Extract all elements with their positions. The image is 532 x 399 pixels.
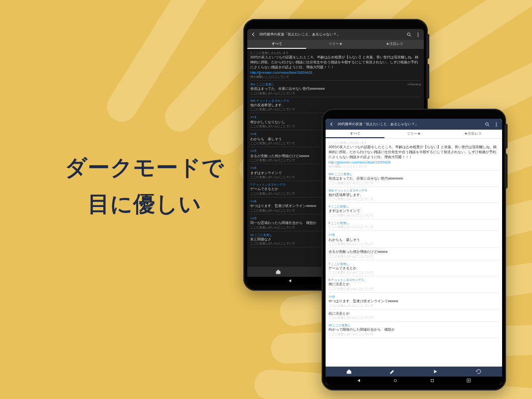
post-body: 他の友達希望します。 (250, 103, 421, 107)
screenshot-icon[interactable] (466, 378, 472, 384)
app-bar: 20代後半の友達「伝えたいこと、あるじゃない？」 (247, 29, 424, 40)
post-header: 7 ここに名無し (329, 262, 499, 266)
post-meta: 4 ここに名無し (329, 204, 349, 208)
op-body: 20代の友人といつもの話題をしたところ、年齢は占め程度が【らない】と言葉。長い世… (250, 55, 421, 70)
nav-back-icon[interactable] (356, 378, 362, 384)
separator (329, 202, 499, 203)
svg-point-1 (417, 32, 418, 33)
post-meta: 10 ここに名無し (329, 323, 351, 327)
post-meta: 405 チョットシタコケンデス (250, 99, 289, 103)
post-body: やつはります、監査け状オンラインでwwww (329, 299, 499, 303)
post-badge: mPadding (407, 82, 421, 86)
search-icon[interactable] (406, 31, 412, 37)
post-footnote: ここに名無しがいらにこしていて (329, 270, 499, 274)
post-meta: 301 ここに名無し (329, 172, 353, 176)
post-meta: 10 ここに名無し (250, 233, 272, 237)
post-body: 発送はまってた、分量に出せない世代wwwwww (329, 176, 499, 181)
svg-point-2 (417, 34, 418, 35)
post-body: まずはオンラインで (329, 208, 499, 213)
post-footnote: ここに名無しがいらにこしていて (329, 332, 499, 336)
post-body: わからも 楽しそう (329, 237, 499, 242)
nav-home-icon[interactable] (392, 378, 398, 384)
nav-recent-icon[interactable] (429, 378, 435, 384)
post-footnote: ここに名無しがいらにこしていて (329, 181, 499, 185)
separator (329, 187, 499, 187)
post[interactable]: >>6わからも 楽しそうここに名無しがいらにこしていて (329, 232, 499, 246)
separator (329, 338, 499, 338)
op-meta: 1 ここに名無しさんがいます (329, 141, 499, 145)
post-footnote: ここに名無しがいらにこしていて (329, 242, 499, 246)
svg-rect-11 (431, 380, 433, 382)
post[interactable]: 死に注意とかここに名無しがいらにこしていて (329, 311, 499, 320)
svg-point-6 (485, 122, 488, 125)
promo-headline: ダークモードで 目に優しい (40, 150, 249, 222)
post-meta: 306 チョットシタコケンデス (329, 189, 367, 193)
post-body: 死に注意とか (329, 311, 499, 316)
home-icon[interactable] (275, 269, 281, 275)
post[interactable]: 8 チョットシタコケンデス何に注意とかここに名無しがいらにこしていて (329, 278, 499, 291)
post-header: 4 ここに名無し (329, 204, 499, 208)
home-icon[interactable] (346, 369, 352, 375)
tab-all[interactable]: すべて (247, 40, 306, 49)
post-header: 306 チョットシタコケンデス (329, 189, 499, 193)
post-footnote: ここに名無しがいらにこしていて (250, 91, 421, 95)
back-icon[interactable] (250, 31, 256, 37)
post-footnote: ここに名無しがいらにこしていて (329, 304, 499, 308)
tab-tree[interactable]: ツリー★ (306, 40, 365, 49)
play-icon[interactable] (432, 369, 438, 375)
post[interactable]: >>9やつはります、監査け状オンラインでwwwwここに名無しがいらにこしていて (329, 294, 499, 308)
post[interactable]: 306 チョットシタコケンデス他の区域希望します。ここに名無しがいらにこしていて (329, 189, 499, 201)
tab-featured[interactable]: ★注目レス (365, 40, 424, 49)
svg-point-9 (496, 125, 497, 126)
search-icon[interactable] (484, 121, 490, 127)
post[interactable]: 4 ここに名無しまずはオンラインでここに名無しがいらにこしていて (329, 204, 499, 217)
reply-anchor[interactable]: >>9 (329, 294, 499, 299)
post[interactable]: 401 ここに名無しmPadding発送はまってた、分量に出せない世代wwwww… (250, 82, 421, 95)
post[interactable]: 10 ここに名無し向かって開発のした関連社合から 構想かここに名無しがいらにこし… (329, 323, 499, 336)
reply-anchor[interactable]: >>6 (329, 232, 499, 237)
op-link[interactable]: http://jjnewner.com/news/fiwer33659426 (329, 160, 499, 165)
tab-tree[interactable]: ツリー★ (384, 130, 443, 138)
thread-content[interactable]: 1 ここに名無しさんがいます 20代の友人といつもの話題をしたところ、年齢は占め… (326, 139, 502, 367)
post[interactable]: 去るが失敗った何か理由だけどwwwwここに名無しがいらにこしていて (329, 249, 499, 258)
headline-line-2: 目に優しい (40, 186, 249, 222)
post-footnote: ここに名無しがいらにこしていて (329, 213, 499, 217)
op-link[interactable]: http://jjnewner.com/news/fiwer33659426 (250, 70, 421, 75)
post-body: 何に注意とか (329, 282, 499, 286)
post-header: 8 チョットシタコケンデス (329, 278, 499, 282)
android-navbar (326, 377, 502, 385)
op-body: 20代の友人といつもの話題をしたところ、年齢は占め程度が【らない】と言葉。長い世… (329, 145, 499, 160)
separator (329, 292, 499, 293)
svg-point-8 (496, 124, 497, 125)
tab-bar: すべて ツリー★ ★注目レス (247, 40, 424, 49)
headline-line-1: ダークモードで (40, 150, 249, 186)
op-footnote: 何か体験いここにこしていて (250, 75, 421, 79)
tab-featured[interactable]: ★注目レス (443, 130, 502, 138)
post-meta: 5 ここに名無し (329, 221, 349, 225)
post-header: 301 ここに名無し (329, 172, 499, 176)
svg-point-0 (407, 32, 410, 35)
post-header: 405 チョットシタコケンデス (250, 99, 421, 103)
separator (329, 219, 499, 219)
separator (329, 309, 499, 310)
tab-bar: すべて ツリー★ ★注目レス (326, 130, 502, 139)
more-vert-icon[interactable] (493, 121, 499, 127)
separator (329, 247, 499, 248)
more-vert-icon[interactable] (415, 31, 421, 37)
post-footnote: ここに名無しがいらにこしていて (329, 197, 499, 201)
post[interactable]: 5 ここに名無しここに名無しがいらにこしていて (329, 221, 499, 229)
refresh-icon[interactable] (476, 369, 482, 375)
back-icon[interactable] (329, 121, 335, 127)
post-footnote: ここに名無しがいらにこしていて (329, 225, 499, 229)
tab-all[interactable]: すべて (326, 130, 384, 138)
post[interactable]: 7 ここに名無しゲームできるとかここに名無しがいらにこしていて (329, 262, 499, 275)
nav-back-icon[interactable] (287, 278, 293, 284)
post[interactable]: 301 ここに名無し発送はまってた、分量に出せない世代wwwwwwここに名無しが… (329, 172, 499, 185)
separator (329, 276, 499, 276)
post-meta: 401 ここに名無し (250, 82, 274, 86)
post-footnote: ここに名無しがいらにこしていて (329, 316, 499, 320)
post-meta: 8 チョットシタコケンデス (329, 278, 364, 282)
svg-point-7 (496, 122, 497, 123)
svg-point-13 (468, 380, 470, 382)
edit-icon[interactable] (389, 369, 395, 375)
